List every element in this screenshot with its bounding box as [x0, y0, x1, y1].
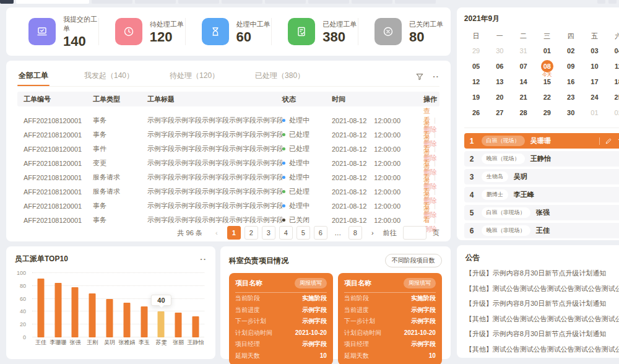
calendar-day-25[interactable]: 25: [607, 90, 619, 106]
x-tick-label: 王佳: [32, 335, 50, 351]
notice-item[interactable]: 【升级】示例内容8月30日新节点升级计划通知: [465, 326, 619, 342]
calendar-day-24[interactable]: 24: [582, 90, 606, 106]
calendar-day-01[interactable]: 01: [535, 44, 559, 59]
mini-tab[interactable]: [135, 0, 176, 4]
page-button-6[interactable]: 6: [314, 226, 327, 240]
calendar-day-30[interactable]: 30: [488, 44, 511, 59]
weekly-report-badge[interactable]: 周报填写: [404, 278, 436, 288]
bar-王刚[interactable]: [89, 293, 96, 337]
more-icon[interactable]: ··: [200, 255, 207, 263]
shift-row[interactable]: 3生物岛吴玥: [464, 169, 619, 184]
next-page-button[interactable]: ›: [366, 226, 379, 240]
calendar-day-02[interactable]: 02: [607, 106, 619, 121]
calendar-day-10[interactable]: 10: [582, 59, 606, 75]
cell-type: 服务请求: [93, 187, 147, 196]
bar-张雅娟[interactable]: [123, 303, 130, 337]
bar-王佳[interactable]: [37, 279, 44, 337]
calendar-day-06[interactable]: 06: [488, 59, 511, 75]
notice-item[interactable]: 【其他】测试公告测试公告测试公告测试公告测试公告: [465, 281, 619, 297]
page-button-...[interactable]: …: [331, 226, 345, 240]
mini-tab[interactable]: [608, 0, 617, 4]
mini-tab[interactable]: [0, 0, 14, 4]
calendar-day-05[interactable]: 05: [464, 59, 488, 75]
calendar-day-19[interactable]: 19: [464, 90, 488, 106]
shift-row[interactable]: 4鹏博士李王峰: [464, 187, 619, 202]
calendar-day-29[interactable]: 29: [535, 106, 559, 121]
calendar-day-11[interactable]: 11: [607, 59, 619, 75]
calendar-day-12[interactable]: 12: [464, 75, 488, 90]
page-button-3[interactable]: 3: [262, 226, 275, 240]
mini-tab[interactable]: [222, 0, 262, 4]
page-button-8[interactable]: 8: [348, 226, 362, 240]
bar-苏雯[interactable]: [158, 311, 165, 337]
shift-row[interactable]: 1白班（现场）吴珊珊: [464, 133, 619, 149]
calendar-day-13[interactable]: 13: [488, 75, 511, 90]
calendar-day-07[interactable]: 07: [511, 59, 535, 75]
bar-吴玥[interactable]: [106, 299, 113, 337]
calendar-day-08[interactable]: 08今天: [535, 59, 559, 75]
page-button-2[interactable]: 2: [245, 226, 258, 240]
mini-tab[interactable]: [92, 0, 132, 4]
shift-row[interactable]: 2晚班（现场）王静怡: [464, 151, 619, 167]
mini-tab[interactable]: [597, 0, 605, 4]
calendar-day-23[interactable]: 23: [559, 90, 582, 106]
calendar-day-30[interactable]: 30: [559, 106, 582, 121]
bar-李珊珊[interactable]: [54, 283, 61, 337]
weekday-label: 日: [464, 29, 488, 43]
calendar-day-09[interactable]: 09: [559, 59, 582, 75]
calendar-day-22[interactable]: 22: [535, 90, 559, 106]
mini-tab[interactable]: [308, 0, 349, 4]
calendar-day-14[interactable]: 14: [511, 75, 535, 90]
calendar-day-16[interactable]: 16: [559, 75, 582, 90]
page-button-5[interactable]: 5: [297, 226, 310, 240]
stat-value: 80: [409, 30, 443, 44]
calendar-day-27[interactable]: 27: [488, 106, 511, 121]
mini-tab[interactable]: [265, 0, 306, 4]
calendar-day-21[interactable]: 21: [511, 90, 535, 106]
page-button-1[interactable]: 1: [227, 226, 241, 240]
stage-count-button[interactable]: 不同阶段项目数: [385, 254, 442, 267]
calendar-day-03[interactable]: 03: [582, 44, 606, 59]
bar-张强[interactable]: [72, 287, 79, 337]
calendar-day-20[interactable]: 20: [488, 90, 511, 106]
calendar-day-02[interactable]: 02: [559, 44, 582, 59]
calendar-day-26[interactable]: 26: [464, 106, 488, 121]
shift-row[interactable]: 6晚班（非现场）王佳: [464, 223, 619, 238]
calendar-day-31[interactable]: 31: [511, 44, 535, 59]
shift-row[interactable]: 5白班（非现场）张强: [464, 205, 619, 220]
calendar-day-18[interactable]: 18: [607, 75, 619, 90]
mini-tab[interactable]: [16, 0, 89, 4]
mini-tab[interactable]: [395, 0, 436, 4]
bar-王静怡[interactable]: [193, 316, 199, 337]
tab-待处理（120）[interactable]: 待处理（120）: [168, 67, 220, 86]
calendar-day-17[interactable]: 17: [582, 75, 606, 90]
filter-icon[interactable]: [415, 72, 424, 81]
page-jump-input[interactable]: [403, 226, 426, 240]
more-icon[interactable]: ··: [433, 72, 439, 80]
calendar-day-04[interactable]: 04: [607, 44, 619, 59]
notice-item[interactable]: 【升级】示例内容8月30日新节点升级计划通知: [465, 266, 619, 281]
notice-item[interactable]: 【其他】测试公告测试公告测试公告测试公告测试公告: [465, 311, 619, 327]
calendar-day-29[interactable]: 29: [464, 44, 488, 59]
hourglass-icon: [202, 18, 229, 45]
weekly-report-badge[interactable]: 周报填写: [295, 278, 327, 288]
view-link[interactable]: 查看: [423, 207, 430, 223]
notice-item[interactable]: 【其他】测试公告测试公告测试公告测试公告测试公告: [465, 342, 619, 357]
calendar-day-01[interactable]: 01: [582, 106, 606, 121]
tab-已处理（380）[interactable]: 已处理（380）: [254, 67, 306, 86]
edit-icon[interactable]: [605, 137, 612, 145]
prev-page-button[interactable]: ‹: [210, 226, 223, 240]
calendar-day-28[interactable]: 28: [511, 106, 535, 121]
calendar-day-15[interactable]: 15: [535, 75, 559, 90]
notice-item[interactable]: 【升级】示例内容8月30日新节点升级计划通知: [465, 296, 619, 311]
page-button-4[interactable]: 4: [279, 226, 293, 240]
mini-tab[interactable]: [178, 0, 219, 4]
tab-全部工单[interactable]: 全部工单: [17, 67, 50, 86]
mini-tab[interactable]: [352, 0, 392, 4]
bar-张丽[interactable]: [175, 313, 182, 337]
bar-李玉[interactable]: [141, 306, 147, 337]
field-label: 项目经理: [344, 340, 369, 349]
clock-icon: [115, 18, 142, 45]
x-tick-label: 王刚: [84, 335, 101, 351]
tab-我发起（140）[interactable]: 我发起（140）: [83, 67, 135, 86]
